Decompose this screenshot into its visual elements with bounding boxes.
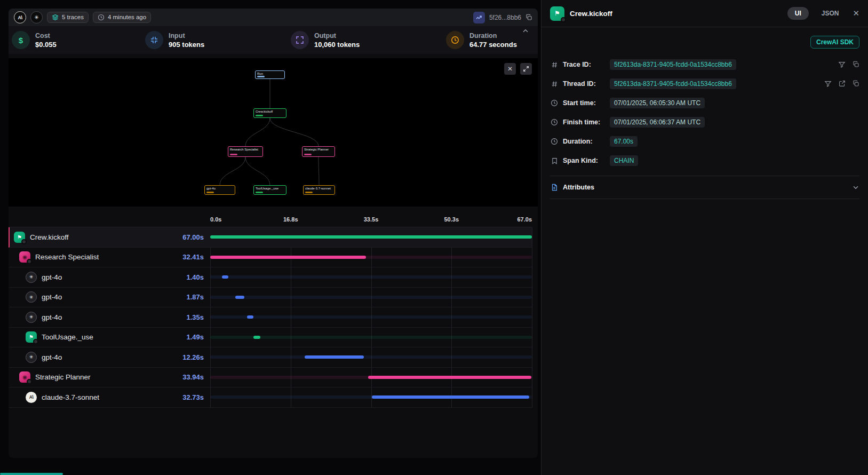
trace-main: A\ ✳ 5 traces 4 minutes ago 5f26...8bb6	[0, 0, 541, 475]
row-name: gpt-4o	[42, 313, 181, 321]
graph-node[interactable]: Crew.kickoff	[253, 108, 286, 118]
timeline-row[interactable]: ⚑ToolUsage._use1.49s	[9, 328, 532, 348]
sub-badge-icon	[21, 239, 27, 244]
attributes-section[interactable]: Attributes	[550, 176, 859, 199]
time-ago-badge[interactable]: 4 minutes ago	[93, 12, 151, 23]
hash-icon	[550, 81, 559, 88]
duration-bar[interactable]	[305, 355, 363, 359]
clock-icon	[98, 14, 105, 21]
field-value[interactable]: CHAIN	[610, 155, 638, 166]
activity-badge[interactable]	[473, 12, 485, 23]
open-icon[interactable]	[839, 80, 846, 88]
duration-bar[interactable]	[210, 256, 366, 259]
timeline-axis: 0.0s16.8s33.5s50.3s67.0s	[210, 207, 532, 227]
close-panel-icon[interactable]: ✕	[853, 9, 859, 18]
row-plot	[210, 307, 532, 327]
duration-bar[interactable]	[368, 376, 531, 379]
row-name: gpt-4o	[42, 353, 178, 361]
field-value[interactable]: 07/01/2025, 06:05:30 AM UTC	[610, 98, 705, 108]
trace-card: A\ ✳ 5 traces 4 minutes ago 5f26...8bb6	[9, 9, 538, 458]
row-name: Research Specialist	[35, 253, 178, 261]
field-value[interactable]: 5f2613da-8371-9405-fcdd-0a1534cc8bb6	[610, 59, 736, 70]
close-graph-icon[interactable]: ✕	[504, 63, 516, 75]
tab-ui[interactable]: UI	[787, 7, 809, 20]
graph-node-pill	[230, 154, 237, 155]
timeline-row[interactable]: ◉Research Specialist32.41s	[9, 248, 532, 268]
expand-graph-icon[interactable]	[520, 63, 532, 75]
metric-label: Cost	[35, 32, 57, 39]
bar-track	[210, 315, 532, 319]
row-duration: 1.40s	[186, 273, 204, 281]
traces-count-badge[interactable]: 5 traces	[47, 12, 89, 23]
graph-controls: ✕	[504, 63, 532, 75]
timeline-row[interactable]: ⚑Crew.kickoff67.00s	[9, 227, 532, 248]
tab-json[interactable]: JSON	[822, 10, 839, 17]
graph-node-label: claude-3.7-sonnet	[305, 187, 333, 191]
filter-icon[interactable]	[824, 80, 832, 88]
row-name: gpt-4o	[42, 293, 181, 301]
row-duration: 67.00s	[182, 233, 204, 241]
anthropic-logo-icon: A\	[14, 11, 26, 23]
copy-icon[interactable]	[525, 14, 532, 21]
timeline-row[interactable]: ✳gpt-4o1.40s	[9, 267, 532, 288]
duration-bar[interactable]	[372, 395, 529, 399]
timeline-row[interactable]: ✳gpt-4o12.26s	[9, 347, 532, 368]
graph-node[interactable]: claude-3.7-sonnet	[303, 185, 335, 195]
field-value[interactable]: 5f2613da-8371-9405-fcdd-0a1534cc8bb6	[610, 78, 736, 89]
row-duration: 1.87s	[186, 293, 204, 301]
field-label: Trace ID:	[563, 61, 606, 68]
timeline-row[interactable]: A\claude-3.7-sonnet32.73s	[9, 387, 532, 408]
chevron-up-icon[interactable]	[522, 27, 529, 37]
duration-bar[interactable]	[235, 296, 244, 299]
timeline-row[interactable]: ◉Strategic Planner33.94s	[9, 368, 532, 388]
graph-node[interactable]: Research Specialist	[228, 146, 263, 157]
graph-node-label: gpt-4o	[206, 187, 233, 191]
detail-header: ⚑ Crew.kickoff UI JSON ✕	[541, 0, 868, 27]
copy-icon[interactable]	[853, 80, 859, 88]
graph-node-pill	[304, 154, 312, 155]
filter-icon[interactable]	[838, 61, 846, 68]
clock-icon	[550, 138, 559, 145]
horizontal-scrollbar[interactable]	[0, 473, 63, 475]
openai-icon: ✳	[26, 352, 37, 363]
row-label: ✳gpt-4o1.40s	[10, 272, 210, 283]
crewai-icon: ⚑	[550, 6, 564, 21]
metric-input: Input905 tokens	[145, 31, 291, 49]
sub-badge-icon	[33, 339, 38, 344]
trace-header: A\ ✳ 5 traces 4 minutes ago 5f26...8bb6	[9, 9, 538, 26]
metric-duration: Duration64.77 seconds	[446, 31, 517, 49]
graph-node-pill	[257, 76, 265, 77]
timeline-row[interactable]: ✳gpt-4o1.87s	[9, 288, 532, 308]
field-value[interactable]: 67.00s	[610, 136, 638, 147]
metric-value: 905 tokens	[169, 41, 204, 49]
metrics-row: $Cost$0.055Input905 tokensOutput10,060 t…	[9, 26, 538, 54]
field-label: Finish time:	[563, 118, 606, 126]
graph-node-pill	[206, 192, 214, 193]
duration-bar[interactable]	[253, 336, 260, 339]
graph-node[interactable]: ToolUsage._use	[253, 185, 286, 195]
timeline-row[interactable]: ✳gpt-4o1.35s	[9, 307, 532, 328]
field-value[interactable]: 07/01/2025, 06:06:37 AM UTC	[610, 117, 705, 128]
field-label: Duration:	[563, 138, 606, 145]
copy-icon[interactable]	[853, 61, 859, 68]
sdk-row: CrewAI SDK	[550, 36, 859, 49]
openai-icon: ✳	[26, 272, 37, 283]
axis-tick: 50.3s	[444, 217, 459, 223]
graph-node[interactable]: gpt-4o	[204, 185, 235, 195]
row-label: ◉Research Specialist32.41s	[10, 251, 210, 263]
axis-tick: 67.0s	[517, 217, 532, 223]
duration-bar[interactable]	[210, 235, 532, 239]
duration-bar[interactable]	[222, 275, 229, 279]
duration-bar[interactable]	[247, 315, 253, 319]
graph-node[interactable]: Run	[255, 70, 285, 79]
metric-value: 10,060 tokens	[314, 41, 360, 49]
trace-graph[interactable]: ✕ RunCrew.kickoffResearch SpecialistStra…	[9, 58, 538, 207]
row-plot	[210, 328, 532, 347]
graph-node[interactable]: Strategic Planner	[302, 146, 335, 157]
row-label: ✳gpt-4o1.35s	[10, 312, 210, 323]
chevron-down-icon[interactable]	[852, 184, 859, 191]
metric-label: Input	[169, 32, 204, 39]
sdk-badge[interactable]: CrewAI SDK	[810, 36, 859, 49]
row-name: Strategic Planner	[35, 373, 178, 381]
detail-title: Crew.kickoff	[570, 10, 782, 18]
